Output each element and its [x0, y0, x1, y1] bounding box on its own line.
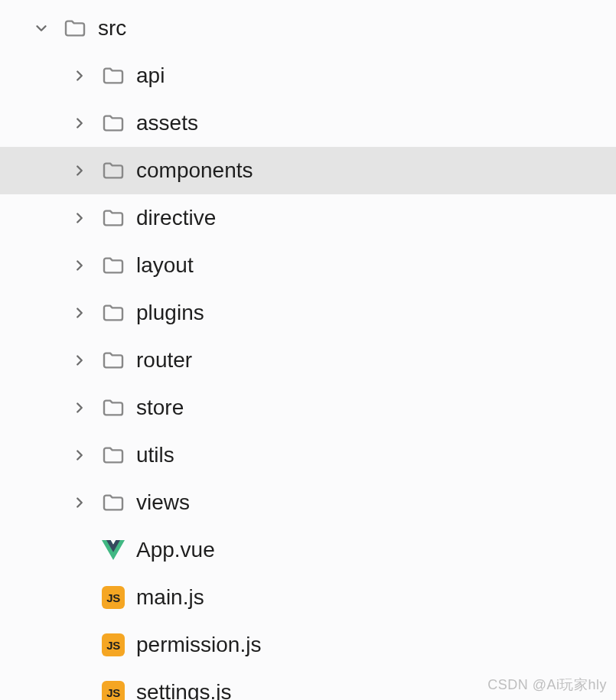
- chevron-right-icon: [69, 397, 90, 418]
- chevron-down-icon: [31, 18, 52, 39]
- folder-icon: [63, 16, 87, 41]
- tree-item-label: utils: [136, 444, 174, 466]
- folder-icon: [101, 301, 125, 325]
- tree-item-label: src: [98, 18, 126, 39]
- folder-icon: [101, 158, 125, 183]
- tree-item-label: directive: [136, 207, 216, 229]
- chevron-right-icon: [69, 207, 90, 229]
- tree-item-plugins[interactable]: plugins: [0, 289, 616, 337]
- tree-item-layout[interactable]: layout: [0, 242, 616, 289]
- tree-item-label: permission.js: [136, 634, 261, 656]
- tree-item-label: main.js: [136, 587, 204, 608]
- tree-item-label: components: [136, 160, 253, 181]
- chevron-right-icon: [69, 350, 90, 371]
- folder-icon: [101, 253, 125, 278]
- folder-icon: [101, 63, 125, 88]
- chevron-right-icon: [69, 444, 90, 466]
- tree-item-settings-js[interactable]: JS settings.js: [0, 669, 616, 700]
- tree-item-api[interactable]: api: [0, 52, 616, 99]
- tree-item-router[interactable]: router: [0, 337, 616, 384]
- tree-item-src[interactable]: src: [0, 5, 616, 52]
- tree-item-label: layout: [136, 255, 194, 276]
- tree-item-label: settings.js: [136, 682, 232, 700]
- chevron-right-icon: [69, 302, 90, 324]
- chevron-right-icon: [69, 65, 90, 86]
- folder-icon: [101, 206, 125, 230]
- tree-item-utils[interactable]: utils: [0, 431, 616, 479]
- folder-icon: [101, 443, 125, 467]
- tree-item-label: router: [136, 350, 192, 371]
- tree-item-main-js[interactable]: JS main.js: [0, 574, 616, 621]
- folder-icon: [101, 396, 125, 420]
- tree-item-assets[interactable]: assets: [0, 99, 616, 147]
- chevron-right-icon: [69, 492, 90, 513]
- tree-item-label: views: [136, 492, 190, 513]
- js-icon: JS: [101, 633, 125, 657]
- tree-item-components[interactable]: components: [0, 147, 616, 194]
- tree-item-label: App.vue: [136, 539, 215, 561]
- chevron-right-icon: [69, 112, 90, 134]
- tree-item-app-vue[interactable]: App.vue: [0, 526, 616, 574]
- folder-icon: [101, 490, 125, 515]
- js-icon: JS: [101, 680, 125, 700]
- tree-item-label: api: [136, 65, 165, 86]
- tree-item-permission-js[interactable]: JS permission.js: [0, 621, 616, 669]
- folder-icon: [101, 111, 125, 135]
- tree-item-label: store: [136, 397, 184, 418]
- tree-item-views[interactable]: views: [0, 479, 616, 526]
- folder-icon: [101, 348, 125, 373]
- chevron-right-icon: [69, 255, 90, 276]
- tree-item-directive[interactable]: directive: [0, 194, 616, 242]
- chevron-right-icon: [69, 160, 90, 181]
- tree-item-label: assets: [136, 112, 198, 134]
- vue-icon: [101, 538, 125, 562]
- tree-item-label: plugins: [136, 302, 204, 324]
- tree-item-store[interactable]: store: [0, 384, 616, 431]
- js-icon: JS: [101, 585, 125, 610]
- file-tree: src api assets components: [0, 0, 616, 700]
